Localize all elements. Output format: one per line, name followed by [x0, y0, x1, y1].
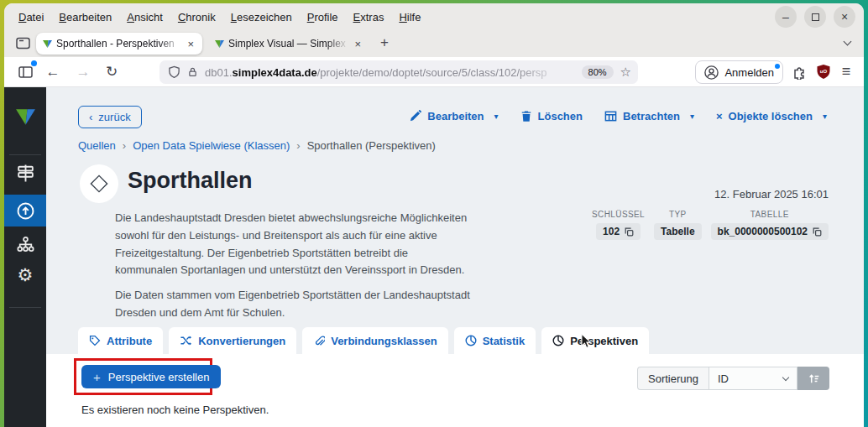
menu-lesezeichen[interactable]: Lesezeichen: [223, 8, 300, 26]
copy-icon[interactable]: [813, 227, 822, 237]
delete-button[interactable]: Löschen: [520, 110, 583, 122]
class-description: Die Landeshauptstadt Dresden bietet abwe…: [115, 210, 473, 330]
sort-direction-button[interactable]: [797, 367, 829, 390]
caret-down-icon[interactable]: ▾: [690, 112, 694, 121]
browser-tab-sporthallen[interactable]: Sporthallen - Perspektiven ×: [36, 33, 202, 55]
tab-label: Statistik: [483, 335, 526, 347]
x-icon: ×: [716, 110, 723, 122]
bookmark-star-icon[interactable]: ☆: [620, 65, 631, 80]
tag-icon: [89, 335, 101, 346]
breadcrumb-separator: ›: [296, 139, 300, 152]
sort-ascending-icon: [808, 372, 820, 385]
sort-field-value: ID: [718, 372, 729, 385]
sort-controls: Sortierung ID: [637, 367, 829, 390]
menu-profile[interactable]: Profile: [300, 8, 346, 26]
tab-statistik[interactable]: Statistik: [454, 327, 536, 354]
hierarchy-icon[interactable]: [4, 235, 46, 256]
caret-down-icon[interactable]: ▾: [823, 112, 827, 121]
edit-button[interactable]: Bearbeiten ▾: [409, 110, 498, 122]
firefox-view-icon[interactable]: [16, 37, 30, 49]
url-bar[interactable]: db01.simplex4data.de/projekte/demo/dopte…: [159, 60, 638, 84]
login-label: Anmelden: [724, 66, 774, 79]
delete-label: Löschen: [538, 110, 583, 122]
tab-konvertierungen[interactable]: Konvertierungen: [169, 327, 296, 354]
simplex-logo-icon: [4, 107, 46, 127]
tracking-protection-shield-icon[interactable]: [168, 65, 180, 79]
type-value: Tabelle: [661, 226, 694, 237]
menu-datei[interactable]: Datei: [11, 8, 51, 26]
plus-icon: +: [93, 370, 101, 384]
meta-chips: SCHLÜSSEL 102 TYP Tabelle TABELLE bk_000…: [592, 210, 829, 240]
list-all-tabs-chevron-icon[interactable]: [844, 38, 852, 46]
delete-objects-button[interactable]: × Objekte löschen ▾: [716, 110, 827, 122]
extensions-puzzle-icon[interactable]: [790, 57, 810, 86]
sidebar-item-sources-active[interactable]: [4, 195, 46, 227]
forward-icon[interactable]: →: [71, 57, 95, 86]
tab-close-icon[interactable]: ×: [185, 38, 196, 50]
sidebar-divider: [9, 154, 41, 155]
back-label: zurück: [98, 111, 130, 123]
close-icon: ×: [841, 10, 848, 23]
edit-label: Bearbeiten: [427, 110, 484, 122]
tab-label: Konvertierungen: [198, 335, 285, 347]
hamburger-menu-icon[interactable]: ≡: [835, 57, 857, 86]
reload-icon[interactable]: ↻: [100, 57, 123, 86]
caret-down-icon[interactable]: ▾: [494, 112, 499, 121]
menu-bearbeiten[interactable]: Bearbeiten: [51, 8, 119, 26]
shuffle-icon: [180, 335, 192, 346]
table-chip[interactable]: bk_0000000500102: [711, 223, 829, 240]
view-label: Betrachten: [623, 110, 680, 122]
login-button[interactable]: Anmelden: [695, 60, 783, 84]
menubar: Datei Bearbeiten Ansicht Chronik Lesezei…: [11, 3, 428, 30]
modified-date: 12. Februar 2025 16:01: [714, 188, 829, 200]
breadcrumb-separator: ›: [123, 139, 126, 152]
meta-schluessel: SCHLÜSSEL 102: [592, 210, 645, 240]
sort-field-select[interactable]: ID: [709, 367, 797, 390]
tab-attribute[interactable]: Attribute: [78, 327, 163, 354]
menu-hilfe[interactable]: Hilfe: [391, 8, 428, 26]
menu-chronik[interactable]: Chronik: [170, 8, 223, 26]
menu-extras[interactable]: Extras: [346, 8, 392, 26]
lock-icon[interactable]: [187, 66, 198, 78]
diamond-icon: [90, 174, 108, 193]
copy-icon[interactable]: [625, 227, 634, 237]
menu-ansicht[interactable]: Ansicht: [119, 8, 170, 26]
tab-title: Sporthallen - Perspektiven: [56, 38, 181, 49]
view-button[interactable]: Betrachten ▾: [604, 110, 694, 122]
browser-tab-simplex-visual[interactable]: Simplex Visual — Simplex ×: [208, 33, 369, 55]
close-button[interactable]: ×: [834, 6, 855, 28]
zoom-level-badge[interactable]: 80%: [582, 65, 614, 79]
tab-verbindungsklassen[interactable]: Verbindungsklassen: [302, 327, 447, 354]
tab-perspektiven[interactable]: Perspektiven: [541, 327, 649, 354]
table-icon: [604, 110, 617, 122]
breadcrumb-spielwiese[interactable]: Open Data Spielwiese (Klassen): [133, 139, 290, 152]
delete-objects-label: Objekte löschen: [729, 110, 813, 122]
sidebar-toggle-icon[interactable]: [16, 57, 36, 86]
tab-close-icon[interactable]: ×: [352, 38, 363, 50]
pie-chart-icon: [552, 335, 564, 346]
class-avatar: [80, 164, 118, 203]
tab-title: Simplex Visual — Simplex: [228, 38, 348, 49]
gear-icon[interactable]: ⚙: [4, 265, 46, 285]
minimize-button[interactable]: –: [775, 6, 797, 28]
empty-state-message: Es existieren noch keine Perspektiven.: [81, 404, 269, 416]
key-chip[interactable]: 102: [596, 223, 641, 240]
signpost-icon[interactable]: [4, 163, 46, 184]
back-page-button[interactable]: ‹ zurück: [78, 106, 142, 128]
create-perspective-button[interactable]: + Perspektive erstellen: [81, 365, 221, 388]
url-subdomain: db01.: [205, 66, 233, 79]
breadcrumb-quellen[interactable]: Quellen: [78, 139, 116, 152]
back-icon[interactable]: ←: [41, 57, 65, 86]
tab-label: Attribute: [107, 335, 152, 347]
desktop-window-frame: Datei Bearbeiten Ansicht Chronik Lesezei…: [0, 0, 868, 427]
window-controls: – ×: [775, 6, 855, 28]
new-tab-button[interactable]: +: [380, 34, 389, 51]
url-path: /projekte/demo/doptet/source/5/class/102…: [317, 66, 547, 79]
maximize-button[interactable]: [804, 6, 826, 28]
circle-arrow-up-icon: [15, 200, 36, 221]
url-domain: simplex4data.de: [233, 66, 317, 79]
simplex-favicon: [42, 39, 53, 49]
sidebar-divider: [9, 307, 41, 308]
ublock-shield-icon[interactable]: uO: [813, 57, 834, 86]
browser-window: Datei Bearbeiten Ansicht Chronik Lesezei…: [4, 3, 864, 427]
